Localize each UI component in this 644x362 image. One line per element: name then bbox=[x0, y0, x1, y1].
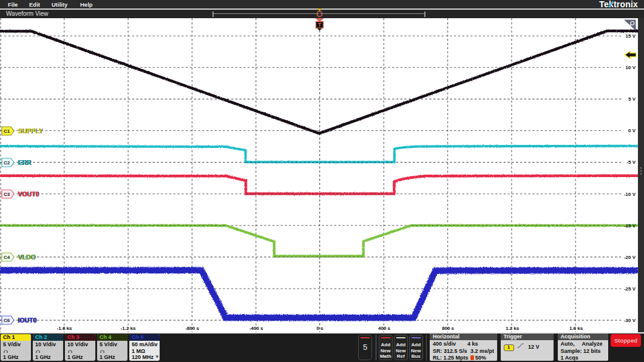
svg-text:800 s: 800 s bbox=[442, 326, 455, 331]
svg-text:15 V: 15 V bbox=[626, 33, 636, 39]
svg-text:T: T bbox=[318, 11, 322, 17]
svg-text:-1.6 ks: -1.6 ks bbox=[57, 326, 72, 331]
svg-text:ERR: ERR bbox=[18, 159, 32, 166]
svg-text:SUPPLY: SUPPLY bbox=[18, 127, 42, 135]
svg-text:-30 V: -30 V bbox=[624, 318, 636, 323]
svg-text:-5 V: -5 V bbox=[626, 159, 636, 165]
svg-text:IOUT0: IOUT0 bbox=[18, 317, 36, 324]
svg-text:400 s: 400 s bbox=[378, 326, 391, 331]
svg-text:C4: C4 bbox=[4, 255, 10, 260]
svg-text:-1.2 ks: -1.2 ks bbox=[121, 326, 136, 331]
svg-text:T: T bbox=[318, 22, 322, 28]
svg-text:0 V: 0 V bbox=[628, 128, 636, 133]
svg-text:VLDO: VLDO bbox=[18, 253, 35, 261]
svg-text:-800 s: -800 s bbox=[185, 326, 199, 331]
svg-text:1.6 ks: 1.6 ks bbox=[569, 326, 583, 331]
svg-text:-400 s: -400 s bbox=[249, 326, 263, 331]
svg-text:-15 V: -15 V bbox=[624, 223, 636, 229]
svg-text:C6: C6 bbox=[4, 318, 10, 323]
svg-text:C2: C2 bbox=[4, 160, 10, 166]
svg-text:-20 V: -20 V bbox=[624, 255, 636, 260]
svg-text:0 s: 0 s bbox=[316, 326, 324, 331]
svg-text:C3: C3 bbox=[4, 192, 10, 197]
svg-text:1.2 ks: 1.2 ks bbox=[506, 326, 520, 331]
svg-text:VOUT0: VOUT0 bbox=[18, 190, 39, 198]
svg-text:C1: C1 bbox=[4, 129, 10, 134]
svg-text:10 V: 10 V bbox=[626, 65, 636, 70]
svg-text:-10 V: -10 V bbox=[624, 192, 636, 197]
svg-text:-25 V: -25 V bbox=[624, 286, 636, 292]
svg-text:5 V: 5 V bbox=[628, 96, 636, 102]
